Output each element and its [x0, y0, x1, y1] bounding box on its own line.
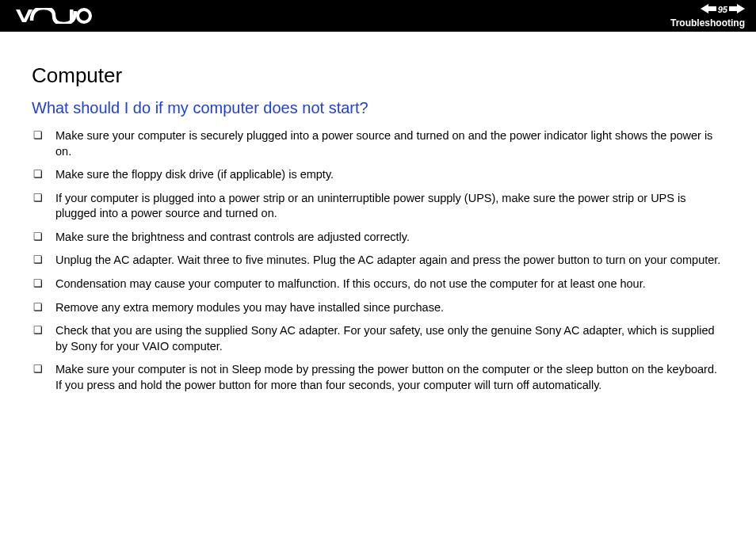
list-item: Condensation may cause your computer to …: [55, 277, 724, 292]
svg-point-1: [78, 10, 90, 22]
list-item: Check that you are using the supplied So…: [55, 323, 724, 354]
question-heading: What should I do if my computer does not…: [32, 99, 724, 117]
page-number: 95: [718, 5, 727, 14]
list-item: Make sure the floppy disk drive (if appl…: [55, 167, 724, 183]
page-nav: 95: [701, 3, 745, 16]
page-header: 95 Troubleshooting: [0, 0, 756, 32]
nav-next-icon[interactable]: [729, 2, 745, 17]
header-section: Troubleshooting: [670, 17, 745, 29]
svg-rect-0: [70, 10, 74, 22]
svg-marker-2: [701, 4, 716, 13]
list-item: Make sure the brightness and contrast co…: [55, 230, 724, 246]
list-item: If your computer is plugged into a power…: [55, 191, 724, 222]
list-item: Make sure your computer is securely plug…: [55, 128, 724, 159]
svg-marker-3: [729, 4, 745, 13]
list-item: Unplug the AC adapter. Wait three to fiv…: [55, 253, 724, 269]
list-item: Remove any extra memory modules you may …: [55, 300, 724, 316]
checklist: Make sure your computer is securely plug…: [32, 128, 724, 393]
list-item: Make sure your computer is not in Sleep …: [55, 362, 724, 393]
page-content: Computer What should I do if my computer…: [0, 32, 756, 393]
section-title: Computer: [32, 63, 724, 88]
vaio-logo: [16, 8, 92, 24]
nav-prev-icon[interactable]: [701, 2, 716, 17]
